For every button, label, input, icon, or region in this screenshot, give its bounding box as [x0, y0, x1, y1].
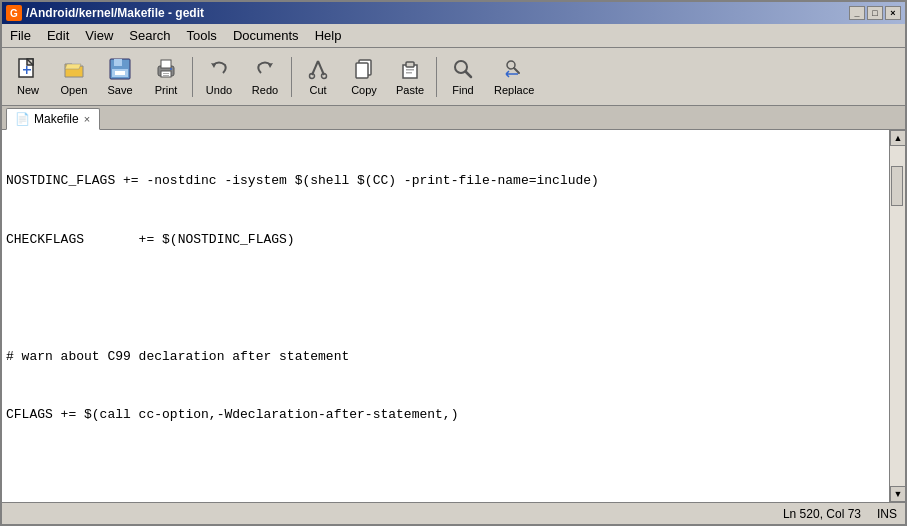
copy-button[interactable]: Copy: [342, 51, 386, 103]
svg-rect-23: [406, 62, 414, 67]
code-line: [6, 464, 885, 484]
tab-makefile[interactable]: 📄 Makefile ×: [6, 108, 100, 130]
titlebar-controls[interactable]: _ □ ×: [849, 6, 901, 20]
scroll-track[interactable]: [890, 146, 905, 486]
svg-line-27: [466, 72, 472, 78]
new-icon: [16, 57, 40, 81]
svg-rect-24: [406, 69, 414, 71]
menu-view[interactable]: View: [77, 26, 121, 45]
window-title: /Android/kernel/Makefile - gedit: [26, 6, 204, 20]
redo-button[interactable]: Redo: [243, 51, 287, 103]
paste-button[interactable]: Paste: [388, 51, 432, 103]
main-window: G /Android/kernel/Makefile - gedit _ □ ×…: [0, 0, 907, 526]
svg-rect-12: [163, 75, 169, 76]
minimize-button[interactable]: _: [849, 6, 865, 20]
titlebar-left: G /Android/kernel/Makefile - gedit: [6, 5, 204, 21]
close-button[interactable]: ×: [885, 6, 901, 20]
copy-label: Copy: [351, 84, 377, 96]
undo-button[interactable]: Undo: [197, 51, 241, 103]
find-label: Find: [452, 84, 473, 96]
scroll-thumb[interactable]: [891, 166, 903, 206]
code-line: [6, 288, 885, 308]
menu-tools[interactable]: Tools: [179, 26, 225, 45]
replace-icon: [502, 57, 526, 81]
svg-rect-5: [114, 59, 122, 66]
svg-rect-21: [356, 63, 368, 78]
paste-label: Paste: [396, 84, 424, 96]
titlebar: G /Android/kernel/Makefile - gedit _ □ ×: [2, 2, 905, 24]
scroll-up-button[interactable]: ▲: [890, 130, 905, 146]
code-line: CFLAGS += $(call cc-option,-Wdeclaration…: [6, 405, 885, 425]
svg-rect-11: [163, 73, 169, 74]
find-button[interactable]: Find: [441, 51, 485, 103]
editor-content[interactable]: NOSTDINC_FLAGS += -nostdinc -isystem $(s…: [2, 130, 889, 502]
new-label: New: [17, 84, 39, 96]
svg-rect-9: [161, 60, 171, 68]
redo-label: Redo: [252, 84, 278, 96]
find-icon: [451, 57, 475, 81]
svg-rect-7: [115, 71, 125, 75]
menu-help[interactable]: Help: [307, 26, 350, 45]
tabbar: 📄 Makefile ×: [2, 106, 905, 130]
toolbar: New Open Save: [2, 48, 905, 106]
cut-button[interactable]: Cut: [296, 51, 340, 103]
open-label: Open: [61, 84, 88, 96]
copy-icon: [352, 57, 376, 81]
replace-button[interactable]: Replace: [487, 51, 541, 103]
new-button[interactable]: New: [6, 51, 50, 103]
app-icon: G: [6, 5, 22, 21]
svg-point-13: [170, 68, 172, 70]
insert-mode: INS: [877, 507, 897, 521]
undo-label: Undo: [206, 84, 232, 96]
menu-search[interactable]: Search: [121, 26, 178, 45]
editor-container: NOSTDINC_FLAGS += -nostdinc -isystem $(s…: [2, 130, 905, 502]
svg-rect-25: [406, 72, 412, 74]
svg-point-19: [322, 74, 327, 79]
print-label: Print: [155, 84, 178, 96]
paste-icon: [398, 57, 422, 81]
code-line: CHECKFLAGS += $(NOSTDINC_FLAGS): [6, 230, 885, 250]
cursor-position: Ln 520, Col 73: [783, 507, 861, 521]
menu-file[interactable]: File: [2, 26, 39, 45]
open-button[interactable]: Open: [52, 51, 96, 103]
replace-label: Replace: [494, 84, 534, 96]
svg-point-18: [310, 74, 315, 79]
menubar: File Edit View Search Tools Documents He…: [2, 24, 905, 48]
code-line: NOSTDINC_FLAGS += -nostdinc -isystem $(s…: [6, 171, 885, 191]
menu-documents[interactable]: Documents: [225, 26, 307, 45]
tab-icon: 📄: [15, 112, 30, 126]
cut-icon: [306, 57, 330, 81]
undo-icon: [207, 57, 231, 81]
code-line: # warn about C99 declaration after state…: [6, 347, 885, 367]
tab-label: Makefile: [34, 112, 79, 126]
print-button[interactable]: Print: [144, 51, 188, 103]
statusbar: Ln 520, Col 73 INS: [2, 502, 905, 524]
open-icon: [62, 57, 86, 81]
svg-rect-3: [26, 66, 28, 74]
vertical-scrollbar[interactable]: ▲ ▼: [889, 130, 905, 502]
redo-icon: [253, 57, 277, 81]
save-button[interactable]: Save: [98, 51, 142, 103]
print-icon: [154, 57, 178, 81]
menu-edit[interactable]: Edit: [39, 26, 77, 45]
svg-line-29: [514, 68, 519, 73]
tab-close-button[interactable]: ×: [83, 113, 91, 125]
scroll-down-button[interactable]: ▼: [890, 486, 905, 502]
separator-1: [192, 57, 193, 97]
separator-3: [436, 57, 437, 97]
cut-label: Cut: [309, 84, 326, 96]
save-icon: [108, 57, 132, 81]
maximize-button[interactable]: □: [867, 6, 883, 20]
save-label: Save: [107, 84, 132, 96]
separator-2: [291, 57, 292, 97]
